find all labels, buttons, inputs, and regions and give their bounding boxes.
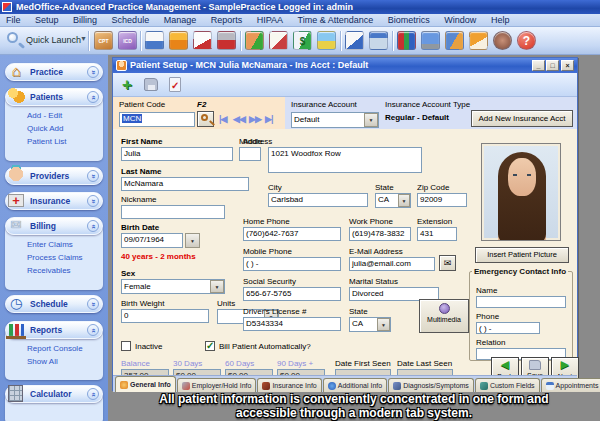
drivers-license-input[interactable]: D5343334 (243, 317, 341, 331)
superbill-icon[interactable] (193, 31, 212, 50)
tab-additional-info[interactable]: Additional Info (323, 378, 387, 392)
calendar-calculator-icon[interactable] (369, 31, 388, 50)
city-input[interactable]: Carlsbad (268, 193, 368, 207)
menu-file[interactable]: File (0, 14, 27, 27)
nickname-input[interactable] (121, 205, 225, 219)
menu-schedule[interactable]: Schedule (106, 14, 156, 27)
patient-code-input[interactable]: MCN (119, 112, 195, 127)
menu-biometrics[interactable]: Biometrics (382, 14, 436, 27)
payments-icon[interactable]: $ (293, 31, 312, 50)
emergency-name-input[interactable] (476, 296, 566, 308)
sidebar-header-practice[interactable]: ⌂ Practice » (5, 63, 103, 81)
biometrics-icon[interactable] (493, 31, 512, 50)
expand-chevron-icon[interactable]: » (87, 298, 99, 310)
emergency-phone-input[interactable]: ( ) - (476, 322, 540, 334)
maximize-button[interactable]: □ (546, 60, 559, 71)
home-phone-input[interactable]: (760)642-7637 (243, 227, 341, 241)
save-icon[interactable] (141, 75, 161, 95)
reports-chart-icon[interactable] (397, 31, 416, 50)
sidebar-item-receivables[interactable]: Receivables (5, 264, 103, 277)
sidebar-item-patient-list[interactable]: Patient List (5, 135, 103, 148)
nav-previous-icon[interactable]: ◀◀ (233, 114, 245, 124)
sex-dropdown-icon[interactable]: ▼ (210, 280, 224, 293)
license-state-dropdown-icon[interactable]: ▼ (377, 318, 390, 331)
network-users-icon[interactable] (445, 31, 464, 50)
charge-entry-icon[interactable] (269, 31, 288, 50)
notes-icon[interactable] (469, 31, 488, 50)
menu-hipaa[interactable]: HIPAA (251, 14, 289, 27)
patient-folder-icon[interactable] (169, 31, 188, 50)
middle-input[interactable] (239, 147, 261, 161)
menu-reports[interactable]: Reports (205, 14, 249, 27)
search-icon[interactable] (7, 32, 18, 43)
cpt-codes-icon[interactable]: CPT (94, 31, 113, 50)
ssn-input[interactable]: 656-67-5765 (243, 287, 341, 301)
tab-diagnosis-symptoms[interactable]: Diagnosis/Symptoms (388, 378, 474, 392)
nav-next-icon[interactable]: ▶▶ (249, 114, 261, 124)
state-dropdown-icon[interactable]: ▼ (398, 194, 410, 207)
sidebar-item-enter-claims[interactable]: Enter Claims (5, 238, 103, 251)
patient-search-button[interactable] (197, 111, 214, 127)
menu-billing[interactable]: Billing (67, 14, 103, 27)
nav-last-icon[interactable]: ▶| (265, 114, 272, 124)
inactive-checkbox[interactable] (121, 341, 131, 351)
insurance-account-dropdown-icon[interactable]: ▼ (364, 113, 378, 127)
tab-appointments[interactable]: Appointments (541, 378, 600, 392)
tab-custom-fields[interactable]: Custom Fields (475, 378, 540, 392)
quick-launch-label[interactable]: Quick Launch (26, 35, 81, 45)
collapse-chevron-icon[interactable]: » (87, 388, 99, 400)
help-icon[interactable]: ? (517, 31, 536, 50)
multimedia-button[interactable]: Multimedia (419, 299, 469, 333)
icd-codes-icon[interactable]: ICD (118, 31, 137, 50)
sidebar-header-patients[interactable]: Patients » (5, 88, 103, 106)
bill-automatically-checkbox[interactable] (205, 341, 215, 351)
tab-insurance-info[interactable]: Insurance Info (257, 378, 321, 392)
sidebar-header-calculator[interactable]: Calculator » (5, 385, 103, 403)
workstation-icon[interactable] (421, 31, 440, 50)
sidebar-header-reports[interactable]: Reports » (5, 321, 103, 339)
menu-help[interactable]: Help (485, 14, 516, 27)
quick-launch-dropdown-icon[interactable]: ▼ (80, 35, 87, 42)
extension-input[interactable]: 431 (417, 227, 457, 241)
menu-manage[interactable]: Manage (158, 14, 203, 27)
email-input[interactable]: julia@email.com (349, 257, 435, 271)
last-name-input[interactable]: McNamara (121, 177, 249, 191)
nav-first-icon[interactable]: |◀ (219, 114, 226, 124)
sidebar-header-providers[interactable]: Providers » (5, 167, 103, 185)
collapse-chevron-icon[interactable]: » (87, 220, 99, 232)
expand-chevron-icon[interactable]: » (87, 195, 99, 207)
practice-setup-icon[interactable] (217, 31, 236, 50)
tab-employer-hold-info[interactable]: Employer/Hold Info (177, 378, 257, 392)
verify-icon[interactable] (165, 75, 185, 95)
collapse-chevron-icon[interactable]: » (87, 324, 99, 336)
collapse-chevron-icon[interactable]: » (87, 91, 99, 103)
sidebar-item-show-all[interactable]: Show All (5, 355, 103, 368)
send-email-button[interactable]: ✉ (439, 255, 456, 271)
close-button[interactable]: × (561, 60, 574, 71)
scheduler-icon[interactable] (345, 31, 364, 50)
menu-window[interactable]: Window (438, 14, 482, 27)
sidebar-item-quick-add[interactable]: Quick Add (5, 122, 103, 135)
sidebar-item-add-edit[interactable]: Add - Edit (5, 109, 103, 122)
work-phone-input[interactable]: (619)478-3832 (349, 227, 411, 241)
menu-setup[interactable]: Setup (29, 14, 65, 27)
mobile-phone-input[interactable]: ( ) - (243, 257, 341, 271)
sidebar-header-billing[interactable]: ✉ Billing » (5, 217, 103, 235)
birth-date-input[interactable]: 09/07/1964 (121, 233, 183, 248)
minimize-button[interactable]: _ (532, 60, 545, 71)
multimedia-icon[interactable] (317, 31, 336, 50)
insert-patient-picture-button[interactable]: Insert Patient Picture (475, 247, 569, 263)
address-input[interactable]: 1021 Woodfox Row (268, 147, 422, 173)
zip-input[interactable]: 92009 (417, 193, 467, 207)
expand-chevron-icon[interactable]: » (87, 66, 99, 78)
birth-date-dropdown-icon[interactable]: ▼ (185, 233, 200, 248)
patient-card-icon[interactable] (145, 31, 164, 50)
birth-weight-input[interactable]: 0 (121, 309, 209, 323)
first-name-input[interactable]: Julia (121, 147, 233, 161)
sidebar-header-insurance[interactable]: Insurance » (5, 192, 103, 210)
menu-time-attendance[interactable]: Time & Attendance (292, 14, 380, 27)
sidebar-item-report-console[interactable]: Report Console (5, 342, 103, 355)
tab-general-info[interactable]: General Info (115, 376, 176, 392)
add-new-insurance-button[interactable]: Add New Insurance Acct (471, 110, 573, 127)
expand-chevron-icon[interactable]: » (87, 170, 99, 182)
